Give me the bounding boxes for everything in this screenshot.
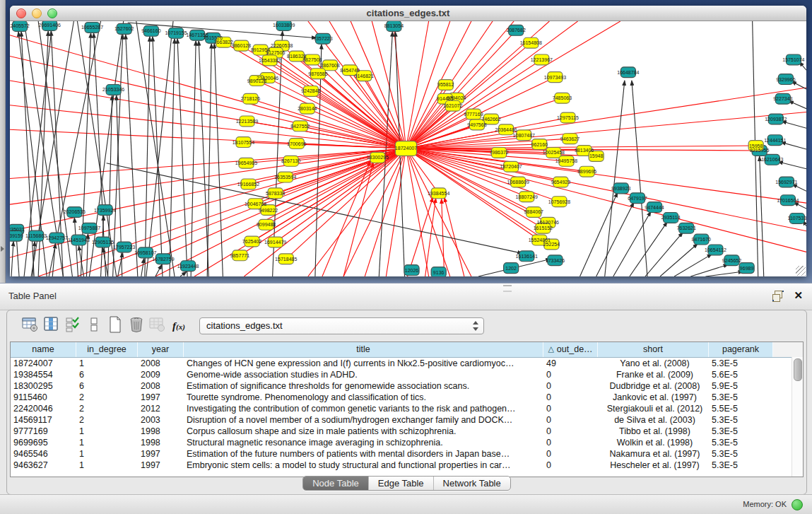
function-button[interactable]: f(x) (168, 316, 189, 336)
graph-edge[interactable] (251, 99, 406, 148)
graph-node-label: 96989 (740, 266, 754, 271)
column-header-out-de-[interactable]: △out_de… (543, 342, 598, 357)
table-row[interactable]: 946554611997Estimation of the future num… (11, 448, 803, 460)
close-panel-icon[interactable]: ✕ (794, 289, 803, 302)
close-button[interactable] (16, 8, 26, 18)
graph-edge[interactable] (632, 81, 647, 276)
rows-button[interactable] (83, 316, 105, 336)
table-row[interactable]: 2242004622012Investigating the contribut… (11, 403, 803, 414)
trash-button[interactable] (126, 316, 147, 336)
minimize-button[interactable] (32, 8, 42, 18)
tab-network-table[interactable]: Network Table (433, 477, 510, 490)
column-header-short[interactable]: short (598, 342, 709, 357)
graph-node-label: 16782759 (152, 257, 174, 262)
graph-edge[interactable] (760, 156, 764, 276)
table-row[interactable]: 1938455462009Genome-wide association stu… (11, 369, 803, 380)
new-file-button[interactable] (105, 316, 126, 336)
tab-edge-table[interactable]: Edge Table (368, 477, 433, 490)
column-header-title[interactable]: title (184, 342, 543, 357)
graph-edge[interactable] (406, 148, 806, 203)
graph-edge[interactable] (318, 74, 406, 148)
graph-edge[interactable] (214, 44, 223, 276)
graph-edge[interactable] (630, 222, 667, 276)
graph-edge[interactable] (11, 242, 13, 276)
graph-edge[interactable] (789, 101, 806, 109)
graph-edge[interactable] (674, 254, 712, 276)
cell-in-degree: 6 (76, 380, 138, 392)
graph-edge[interactable] (781, 142, 806, 149)
network-graph[interactable]: 2405572206914061065528715276029466160107… (10, 21, 806, 276)
float-window-icon[interactable] (772, 291, 784, 301)
graph-edge[interactable] (153, 37, 163, 276)
scrollbar-thumb[interactable] (794, 358, 802, 381)
graph-edge[interactable] (596, 202, 634, 276)
column-header-in-degree[interactable]: in_degree (76, 342, 138, 357)
graph-edge[interactable] (782, 121, 806, 128)
table-row[interactable]: 969969511998Structural magnetic resonanc… (11, 437, 803, 448)
window-resize-grip[interactable] (796, 266, 806, 276)
cell-pagerank: 5.9E-5 (709, 380, 773, 392)
graph-edge[interactable] (406, 148, 806, 252)
network-window[interactable]: citations_edges.txt 24055722069140610655… (10, 6, 806, 276)
network-window-titlebar[interactable]: citations_edges.txt (10, 6, 806, 21)
graph-edge[interactable] (778, 162, 806, 169)
graph-edge[interactable] (141, 258, 144, 276)
graph-edge[interactable] (690, 264, 728, 276)
cell-short: Yano et al. (2008) (598, 358, 709, 369)
graph-node-label: 17016504 (777, 198, 799, 203)
graph-edge[interactable] (191, 41, 196, 276)
graph-edge[interactable] (170, 39, 175, 276)
table-disabled-button[interactable] (147, 316, 168, 336)
network-canvas[interactable]: 2405572206914061065528715276029466160107… (10, 21, 806, 276)
graph-edge[interactable] (207, 44, 211, 276)
graph-node-label: 10807487 (513, 133, 535, 138)
table-row[interactable]: 1872400712008Changes of HCN gene express… (11, 358, 803, 369)
table-row[interactable]: 946362711997Embryonic stem cells: a mode… (11, 460, 803, 471)
graph-node-label: 7632621 (677, 226, 696, 230)
cell-in-degree: 1 (76, 358, 138, 369)
graph-edge[interactable] (792, 81, 806, 89)
graph-node-label: 1700696 (287, 141, 306, 146)
column-header-year[interactable]: year (138, 342, 184, 357)
graph-edge[interactable] (386, 148, 406, 276)
panel-expand-arrow-icon[interactable] (1, 246, 4, 252)
graph-edge[interactable] (177, 39, 187, 276)
graph-edge[interactable] (10, 148, 406, 179)
graph-edge[interactable] (705, 271, 743, 276)
graph-edge[interactable] (74, 218, 78, 276)
graph-node-label: 9876585 (308, 71, 327, 76)
graph-edge[interactable] (792, 184, 806, 191)
table-selector-dropdown[interactable]: citations_edges.txt (199, 317, 484, 334)
graph-edge[interactable] (329, 21, 406, 148)
splitter-grip[interactable] (503, 285, 512, 292)
collapsed-side-panel[interactable] (0, 0, 6, 283)
table-row[interactable]: 977716911998Corpus callosum shape and si… (11, 426, 803, 437)
column-select-button[interactable] (41, 316, 62, 336)
memory-status-icon[interactable] (792, 499, 803, 510)
table-row[interactable]: 1456911722003Disruption of a novel membe… (11, 414, 803, 426)
graph-edge[interactable] (406, 21, 577, 148)
zoom-button[interactable] (47, 8, 57, 18)
table-row[interactable]: 1830029562008Estimation of significance … (11, 380, 803, 392)
tab-node-table[interactable]: Node Table (303, 477, 368, 490)
column-header-pagerank[interactable]: pagerank (709, 342, 773, 357)
graph-edge[interactable] (126, 35, 138, 276)
column-header-name[interactable]: name (11, 342, 76, 357)
vertical-scrollbar[interactable] (792, 357, 803, 477)
graph-edge[interactable] (442, 199, 445, 276)
graph-edge[interactable] (645, 233, 683, 276)
graph-edge[interactable] (406, 148, 428, 276)
cell-title: Estimation of significance thresholds fo… (184, 380, 543, 392)
table-row[interactable]: 911546021997Tourette syndrome. Phenomeno… (11, 392, 803, 403)
graph-edge[interactable] (180, 271, 187, 276)
row-check-button[interactable] (62, 316, 83, 336)
graph-edge[interactable] (613, 211, 651, 276)
cell-name: 14569117 (11, 414, 76, 426)
trash-icon (129, 316, 144, 336)
table-gear-button[interactable] (20, 316, 41, 336)
cell-pagerank: 5.3E-5 (709, 437, 773, 448)
graph-edge[interactable] (660, 244, 698, 276)
graph-edge[interactable] (145, 37, 150, 276)
graph-edge[interactable] (605, 81, 625, 276)
graph-edge[interactable] (199, 41, 208, 276)
